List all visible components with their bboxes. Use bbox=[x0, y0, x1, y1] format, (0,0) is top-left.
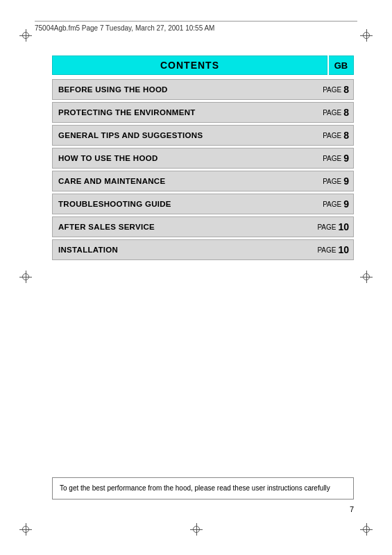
toc-label: GENERAL TIPS AND SUGGESTIONS bbox=[53, 126, 305, 145]
file-info: 75004Agb.fm5 Page 7 Tuesday, March 27, 2… bbox=[35, 24, 214, 32]
toc-page: PAGE8 bbox=[305, 126, 353, 145]
toc-table: BEFORE USING THE HOODPAGE8PROTECTING THE… bbox=[52, 79, 354, 260]
crosshair-bottom-right bbox=[360, 523, 373, 536]
toc-row: INSTALLATIONPAGE10 bbox=[52, 239, 354, 260]
toc-label: AFTER SALES SERVICE bbox=[53, 217, 305, 237]
toc-page: PAGE9 bbox=[305, 171, 353, 191]
toc-label: TROUBLESHOOTING GUIDE bbox=[53, 194, 305, 214]
crosshair-bottom-left bbox=[19, 523, 32, 536]
toc-row: TROUBLESHOOTING GUIDEPAGE9 bbox=[52, 194, 354, 214]
toc-label: HOW TO USE THE HOOD bbox=[53, 148, 305, 168]
toc-page: PAGE9 bbox=[305, 194, 353, 214]
toc-row: BEFORE USING THE HOODPAGE8 bbox=[52, 79, 354, 100]
toc-page: PAGE8 bbox=[305, 103, 353, 122]
toc-label: PROTECTING THE ENVIRONMENT bbox=[53, 103, 305, 122]
crosshair-bottom-center bbox=[190, 523, 203, 536]
toc-row: HOW TO USE THE HOODPAGE9 bbox=[52, 148, 354, 169]
toc-page: PAGE10 bbox=[305, 217, 353, 237]
toc-row: CARE AND MAINTENANCEPAGE9 bbox=[52, 171, 354, 191]
toc-label: CARE AND MAINTENANCE bbox=[53, 171, 305, 191]
toc-row: GENERAL TIPS AND SUGGESTIONSPAGE8 bbox=[52, 125, 354, 146]
crosshair-top-left bbox=[19, 29, 32, 42]
toc-label: BEFORE USING THE HOOD bbox=[53, 80, 305, 99]
header-bar: 75004Agb.fm5 Page 7 Tuesday, March 27, 2… bbox=[35, 21, 357, 32]
toc-page: PAGE10 bbox=[305, 240, 353, 259]
footer-note: To get the best performance from the hoo… bbox=[52, 477, 354, 500]
gb-label: GB bbox=[329, 56, 354, 75]
page-container: 75004Agb.fm5 Page 7 Tuesday, March 27, 2… bbox=[0, 0, 392, 555]
toc-row: AFTER SALES SERVICEPAGE10 bbox=[52, 216, 354, 237]
toc-page: PAGE8 bbox=[305, 80, 353, 99]
title-row: CONTENTS GB bbox=[52, 56, 354, 75]
crosshair-mid-right bbox=[360, 271, 373, 283]
crosshair-mid-left bbox=[19, 271, 32, 283]
toc-label: INSTALLATION bbox=[53, 240, 305, 259]
page-number: 7 bbox=[350, 505, 354, 513]
crosshair-top-right bbox=[360, 29, 373, 42]
content-area: CONTENTS GB BEFORE USING THE HOODPAGE8PR… bbox=[52, 56, 354, 262]
toc-page: PAGE9 bbox=[305, 148, 353, 168]
toc-row: PROTECTING THE ENVIRONMENTPAGE8 bbox=[52, 102, 354, 123]
contents-title: CONTENTS bbox=[52, 56, 327, 75]
